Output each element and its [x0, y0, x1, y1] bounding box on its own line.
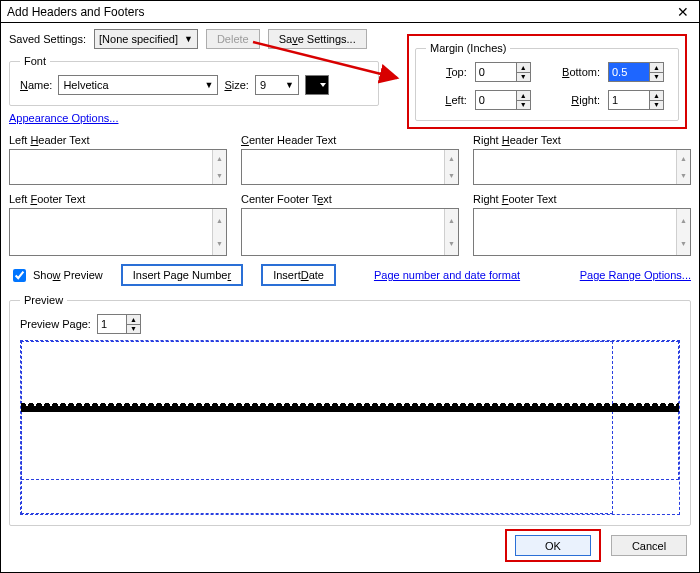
margin-bottom-label: Bottom:	[543, 66, 600, 78]
page-range-options-link[interactable]: Page Range Options...	[580, 269, 691, 281]
spin-up-icon[interactable]: ▲	[517, 90, 531, 100]
header-text-grid: Left Header Text ▲▼ Center Header Text ▲…	[9, 134, 691, 185]
spin-down-icon[interactable]: ▼	[444, 167, 458, 184]
spin-up-icon[interactable]: ▲	[676, 209, 690, 232]
spin-down-icon[interactable]: ▼	[650, 100, 664, 111]
cancel-button[interactable]: Cancel	[611, 535, 687, 556]
insert-page-number-button[interactable]: Insert Page Number	[121, 264, 243, 286]
left-footer-textarea[interactable]	[10, 209, 212, 255]
ok-button[interactable]: OK	[515, 535, 591, 556]
font-size-value: 9	[260, 79, 266, 91]
left-footer-label: Left Footer Text	[9, 193, 227, 205]
margin-right-input[interactable]	[608, 90, 650, 110]
saved-settings-value: [None specified]	[99, 33, 178, 45]
spin-up-icon[interactable]: ▲	[212, 209, 226, 232]
spin-up-icon[interactable]: ▲	[444, 150, 458, 167]
spin-down-icon[interactable]: ▼	[517, 72, 531, 83]
preview-page-row: Preview Page: ▲▼	[20, 314, 680, 334]
spin-down-icon[interactable]: ▼	[650, 72, 664, 83]
chevron-down-icon: ▼	[184, 34, 193, 44]
save-settings-button[interactable]: Save Settings...	[268, 29, 367, 49]
spin-up-icon[interactable]: ▲	[127, 314, 141, 324]
margin-bottom-spin[interactable]: ▲▼	[608, 62, 668, 82]
preview-page-label: Preview Page:	[20, 318, 91, 330]
dialog-window: Add Headers and Footers ✕ Saved Settings…	[0, 0, 700, 573]
font-name-value: Helvetica	[63, 79, 108, 91]
font-size-combo[interactable]: 9 ▼	[255, 75, 299, 95]
preview-page-spin[interactable]: ▲▼	[97, 314, 141, 334]
preview-content-wave	[20, 403, 680, 415]
font-size-label: Size:	[224, 79, 248, 91]
center-header-field[interactable]: ▲▼	[241, 149, 459, 185]
footer-text-grid: Left Footer Text ▲▼ Center Footer Text ▲…	[9, 193, 691, 256]
margin-left-spin[interactable]: ▲▼	[475, 90, 535, 110]
margin-right-spin[interactable]: ▲▼	[608, 90, 668, 110]
margin-fieldset: Margin (Inches) Top: ▲▼ Bottom: ▲▼ Left:	[415, 42, 679, 121]
font-legend: Font	[20, 55, 50, 67]
left-header-field[interactable]: ▲▼	[9, 149, 227, 185]
spin-down-icon[interactable]: ▼	[127, 324, 141, 335]
preview-fieldset: Preview Preview Page: ▲▼	[9, 294, 691, 526]
close-icon[interactable]: ✕	[673, 5, 693, 19]
font-color-picker[interactable]	[305, 75, 329, 95]
mid-controls-row: Show Preview Insert Page Number Insert D…	[9, 264, 691, 286]
font-fieldset: Font Name: Helvetica ▼ Size: 9 ▼	[9, 55, 379, 106]
right-header-label: Right Header Text	[473, 134, 691, 146]
margin-highlight-box: Margin (Inches) Top: ▲▼ Bottom: ▲▼ Left:	[407, 34, 687, 129]
show-preview-label: Show Preview	[33, 269, 103, 281]
spin-up-icon[interactable]: ▲	[650, 90, 664, 100]
appearance-options-link[interactable]: Appearance Options...	[9, 112, 118, 124]
ok-highlight-box: OK	[505, 529, 601, 562]
margin-left-input[interactable]	[475, 90, 517, 110]
show-preview-input[interactable]	[13, 269, 26, 282]
font-name-label: Name:	[20, 79, 52, 91]
left-header-label: Left Header Text	[9, 134, 227, 146]
insert-date-button[interactable]: Insert Date	[261, 264, 336, 286]
preview-page-input[interactable]	[97, 314, 127, 334]
spin-down-icon[interactable]: ▼	[212, 167, 226, 184]
preview-legend: Preview	[20, 294, 67, 306]
page-number-date-format-link[interactable]: Page number and date format	[374, 269, 520, 281]
right-header-field[interactable]: ▲▼	[473, 149, 691, 185]
saved-settings-combo[interactable]: [None specified] ▼	[94, 29, 198, 49]
margin-top-spin[interactable]: ▲▼	[475, 62, 535, 82]
center-header-textarea[interactable]	[242, 150, 444, 184]
center-footer-textarea[interactable]	[242, 209, 444, 255]
margin-top-input[interactable]	[475, 62, 517, 82]
margin-top-label: Top:	[426, 66, 467, 78]
delete-button: Delete	[206, 29, 260, 49]
margin-bottom-input[interactable]	[608, 62, 650, 82]
spin-down-icon[interactable]: ▼	[212, 232, 226, 255]
show-preview-checkbox[interactable]: Show Preview	[9, 266, 103, 285]
saved-settings-label: Saved Settings:	[9, 33, 86, 45]
titlebar: Add Headers and Footers ✕	[1, 1, 699, 23]
dialog-body: Saved Settings: [None specified] ▼ Delet…	[1, 23, 699, 532]
window-title: Add Headers and Footers	[7, 5, 144, 19]
margin-left-label: Left:	[426, 94, 467, 106]
spin-down-icon[interactable]: ▼	[517, 100, 531, 111]
right-footer-label: Right Footer Text	[473, 193, 691, 205]
spin-up-icon[interactable]: ▲	[517, 62, 531, 72]
spin-up-icon[interactable]: ▲	[676, 150, 690, 167]
center-footer-label: Center Footer Text	[241, 193, 459, 205]
preview-area	[20, 340, 680, 515]
spin-down-icon[interactable]: ▼	[444, 232, 458, 255]
right-footer-field[interactable]: ▲▼	[473, 208, 691, 256]
spin-up-icon[interactable]: ▲	[444, 209, 458, 232]
chevron-down-icon: ▼	[205, 80, 214, 90]
margin-legend: Margin (Inches)	[426, 42, 510, 54]
spin-down-icon[interactable]: ▼	[676, 232, 690, 255]
spin-down-icon[interactable]: ▼	[676, 167, 690, 184]
spin-up-icon[interactable]: ▲	[650, 62, 664, 72]
spin-up-icon[interactable]: ▲	[212, 150, 226, 167]
left-header-textarea[interactable]	[10, 150, 212, 184]
center-header-label: Center Header Text	[241, 134, 459, 146]
font-name-combo[interactable]: Helvetica ▼	[58, 75, 218, 95]
center-footer-field[interactable]: ▲▼	[241, 208, 459, 256]
chevron-down-icon: ▼	[285, 80, 294, 90]
right-footer-textarea[interactable]	[474, 209, 676, 255]
right-header-textarea[interactable]	[474, 150, 676, 184]
dialog-footer: OK Cancel	[505, 529, 687, 562]
margin-right-label: Right:	[543, 94, 600, 106]
left-footer-field[interactable]: ▲▼	[9, 208, 227, 256]
